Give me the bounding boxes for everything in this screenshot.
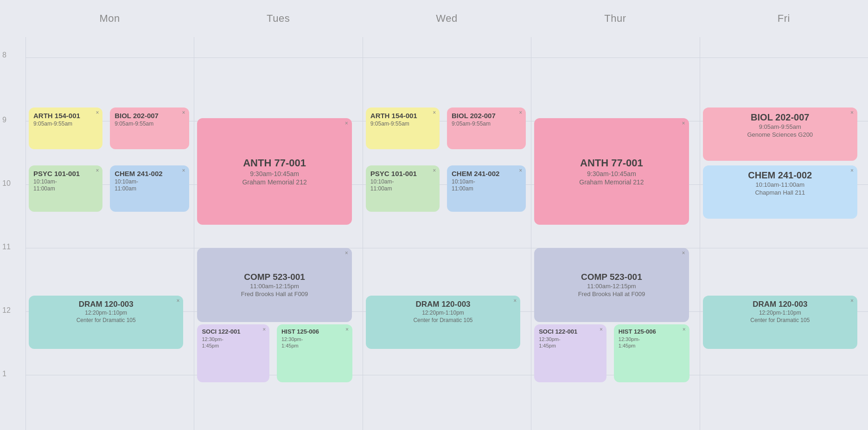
biol-fri-title: BIOL 202-007	[708, 111, 853, 123]
comp-tues-time: 11:00am-12:15pm	[250, 283, 299, 291]
biol-fri-time: 9:05am-9:55am	[708, 123, 853, 131]
comp-thur-location: Fred Brooks Hall at F009	[578, 291, 645, 298]
biol-fri-location: Genome Sciences G200	[708, 131, 853, 139]
psyc-mon-time: 10:10am-11:00am	[33, 178, 98, 193]
close-biol-fri[interactable]: ×	[850, 110, 854, 115]
calendar-container: Mon Tues Wed Thur Fri 8 9 10 11 12 1	[0, 0, 868, 430]
arth-wed-title: ARTH 154-001	[370, 111, 435, 120]
biol-mon-time: 9:05am-9:55am	[115, 120, 184, 128]
chem-wed-title: CHEM 241-002	[452, 169, 521, 178]
chem-fri-time: 10:10am-11:00am	[708, 181, 853, 189]
close-biol-mon[interactable]: ×	[182, 110, 185, 115]
close-comp-tues[interactable]: ×	[345, 250, 348, 256]
event-chem-fri[interactable]: × CHEM 241-002 10:10am-11:00am Chapman H…	[703, 165, 857, 219]
time-12: 12	[2, 306, 11, 315]
day-column-tues: × ANTH 77-001 9:30am-10:45am Graham Memo…	[194, 37, 362, 430]
anth-thur-time: 9:30am-10:45am	[587, 170, 636, 178]
event-biol-mon[interactable]: × BIOL 202-007 9:05am-9:55am	[110, 108, 189, 149]
event-psyc-mon[interactable]: × PSYC 101-001 10:10am-11:00am	[29, 165, 102, 212]
close-hist-thur[interactable]: ×	[683, 327, 686, 332]
close-psyc-wed[interactable]: ×	[433, 168, 436, 173]
header-thur: Thur	[531, 13, 699, 25]
close-dram-wed[interactable]: ×	[513, 298, 517, 304]
dram-wed-title: DRAM 120-003	[370, 299, 516, 310]
event-hist-tues[interactable]: × HIST 125-006 12:30pm-1:45pm	[277, 324, 352, 382]
anth-tues-time: 9:30am-10:45am	[250, 170, 299, 178]
close-comp-thur[interactable]: ×	[682, 250, 685, 256]
dram-fri-title: DRAM 120-003	[708, 299, 853, 310]
dram-wed-time: 12:20pm-1:10pm	[370, 310, 516, 317]
event-arth-mon[interactable]: × ARTH 154-001 9:05am-9:55am	[29, 108, 102, 149]
header-tues: Tues	[194, 13, 362, 25]
anth-tues-location: Graham Memorial 212	[242, 178, 306, 186]
event-comp-tues[interactable]: × COMP 523-001 11:00am-12:15pm Fred Broo…	[197, 248, 351, 322]
comp-tues-location: Fred Brooks Hall at F009	[241, 291, 308, 298]
psyc-mon-title: PSYC 101-001	[33, 169, 98, 178]
event-psyc-wed[interactable]: × PSYC 101-001 10:10am-11:00am	[366, 165, 440, 212]
close-soci-thur[interactable]: ×	[600, 327, 603, 332]
calendar-body: 8 9 10 11 12 1 × ARTH 154-001 9:05am-9:5…	[0, 37, 868, 430]
day-column-wed: × ARTH 154-001 9:05am-9:55am × BIOL 202-…	[363, 37, 531, 430]
dram-fri-location: Center for Dramatic 105	[708, 317, 853, 324]
event-soci-tues[interactable]: × SOCI 122-001 12:30pm-1:45pm	[197, 324, 269, 382]
event-biol-wed[interactable]: × BIOL 202-007 9:05am-9:55am	[447, 108, 526, 149]
comp-tues-title: COMP 523-001	[244, 272, 305, 283]
header-fri: Fri	[700, 13, 868, 25]
time-9: 9	[2, 116, 6, 124]
dram-wed-location: Center for Dramatic 105	[370, 317, 516, 324]
time-labels: 8 9 10 11 12 1	[0, 37, 26, 430]
event-dram-fri[interactable]: × DRAM 120-003 12:20pm-1:10pm Center for…	[703, 296, 857, 349]
close-hist-tues[interactable]: ×	[345, 327, 349, 332]
biol-wed-time: 9:05am-9:55am	[452, 120, 521, 128]
header-wed: Wed	[363, 13, 531, 25]
header-row: Mon Tues Wed Thur Fri	[0, 0, 868, 37]
day-column-thur: × ANTH 77-001 9:30am-10:45am Graham Memo…	[531, 37, 699, 430]
close-soci-tues[interactable]: ×	[262, 327, 266, 332]
event-chem-mon[interactable]: × CHEM 241-002 10:10am-11:00am	[110, 165, 189, 212]
close-chem-fri[interactable]: ×	[850, 168, 854, 173]
event-anth-tues[interactable]: × ANTH 77-001 9:30am-10:45am Graham Memo…	[197, 118, 351, 225]
event-anth-thur[interactable]: × ANTH 77-001 9:30am-10:45am Graham Memo…	[534, 118, 689, 225]
event-hist-thur[interactable]: × HIST 125-006 12:30pm-1:45pm	[614, 324, 689, 382]
event-dram-mon[interactable]: × DRAM 120-003 12:20pm-1:10pm Center for…	[29, 296, 183, 349]
chem-fri-location: Chapman Hall 211	[708, 189, 853, 197]
close-dram-mon[interactable]: ×	[176, 298, 179, 304]
hist-thur-time: 12:30pm-1:45pm	[619, 336, 685, 349]
close-anth-tues[interactable]: ×	[345, 120, 348, 126]
event-soci-thur[interactable]: × SOCI 122-001 12:30pm-1:45pm	[534, 324, 606, 382]
close-arth-wed[interactable]: ×	[433, 110, 436, 115]
psyc-wed-title: PSYC 101-001	[370, 169, 435, 178]
psyc-wed-time: 10:10am-11:00am	[370, 178, 435, 193]
anth-thur-title: ANTH 77-001	[580, 157, 643, 170]
anth-thur-location: Graham Memorial 212	[579, 178, 644, 186]
time-8: 8	[2, 51, 6, 59]
time-10: 10	[2, 179, 11, 188]
dram-mon-location: Center for Dramatic 105	[33, 317, 179, 324]
arth-mon-title: ARTH 154-001	[33, 111, 98, 120]
soci-thur-time: 12:30pm-1:45pm	[539, 336, 602, 349]
dram-mon-time: 12:20pm-1:10pm	[33, 310, 179, 317]
event-chem-wed[interactable]: × CHEM 241-002 10:10am-11:00am	[447, 165, 526, 212]
hist-thur-title: HIST 125-006	[619, 328, 685, 336]
header-mon: Mon	[26, 13, 194, 25]
close-chem-wed[interactable]: ×	[519, 168, 522, 173]
biol-wed-title: BIOL 202-007	[452, 111, 521, 120]
chem-wed-time: 10:10am-11:00am	[452, 178, 521, 193]
comp-thur-title: COMP 523-001	[581, 272, 642, 283]
arth-wed-time: 9:05am-9:55am	[370, 120, 435, 128]
soci-tues-title: SOCI 122-001	[202, 328, 265, 336]
dram-mon-title: DRAM 120-003	[33, 299, 179, 310]
close-arth-mon[interactable]: ×	[96, 110, 99, 115]
event-biol-fri[interactable]: × BIOL 202-007 9:05am-9:55am Genome Scie…	[703, 108, 857, 161]
event-comp-thur[interactable]: × COMP 523-001 11:00am-12:15pm Fred Broo…	[534, 248, 689, 322]
close-psyc-mon[interactable]: ×	[96, 168, 99, 173]
close-anth-thur[interactable]: ×	[682, 120, 685, 126]
close-biol-wed[interactable]: ×	[519, 110, 522, 115]
event-arth-wed[interactable]: × ARTH 154-001 9:05am-9:55am	[366, 108, 440, 149]
close-dram-fri[interactable]: ×	[850, 298, 854, 304]
chem-fri-title: CHEM 241-002	[708, 169, 853, 181]
close-chem-mon[interactable]: ×	[182, 168, 185, 173]
event-dram-wed[interactable]: × DRAM 120-003 12:20pm-1:10pm Center for…	[366, 296, 520, 349]
hist-tues-title: HIST 125-006	[281, 328, 348, 336]
chem-mon-time: 10:10am-11:00am	[115, 178, 184, 193]
